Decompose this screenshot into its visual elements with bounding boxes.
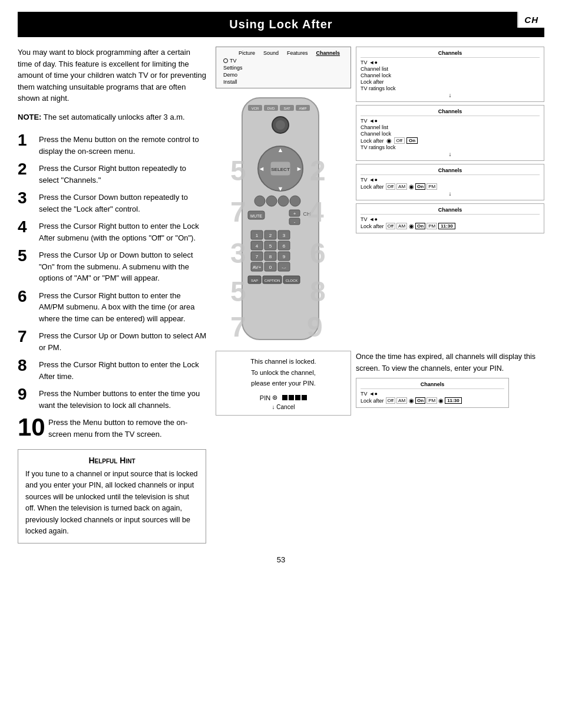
diag4-lock-after-row: Lock after Off AM ◉ On PM 11:30 xyxy=(361,223,540,229)
step-10-number: 10 xyxy=(18,415,48,440)
note-paragraph: NOTE: The set automatically unlocks afte… xyxy=(18,111,206,123)
diag2-items: Channel list Channel lock Lock after ◉ O… xyxy=(361,124,540,150)
remote-svg: VCR DVD SAT AMP SELECT xyxy=(216,92,345,345)
visual-column: Picture Sound Features Channels TV Setti… xyxy=(216,47,544,543)
tv-menu-box: Picture Sound Features Channels TV Setti… xyxy=(216,47,351,88)
diag1-lock-after: Lock after xyxy=(361,79,540,85)
svg-text:7: 7 xyxy=(230,196,246,228)
diagram-3: Channels TV ◄● Lock after Off AM xyxy=(356,164,544,200)
svg-text:▲: ▲ xyxy=(277,146,284,153)
diag2-tv-label: TV xyxy=(361,118,368,124)
step-6: 6 Press the Cursor Right button to enter… xyxy=(18,288,206,325)
note-label: NOTE: xyxy=(18,113,41,121)
diag2-tv-row: TV ◄● xyxy=(361,118,540,124)
pin-line1: This channel is locked. xyxy=(221,356,346,367)
diag5-tv-label: TV xyxy=(361,391,368,397)
diag5-tv-row: TV ◄● xyxy=(361,391,504,397)
svg-text:7: 7 xyxy=(230,311,246,342)
diag1-tv-row: TV ◄● xyxy=(361,60,540,65)
svg-text:4: 4 xyxy=(256,243,259,249)
svg-point-18 xyxy=(254,196,265,206)
svg-text:6: 6 xyxy=(310,238,326,269)
diag5-am-box: AM xyxy=(396,397,407,404)
svg-text:5: 5 xyxy=(230,155,246,186)
step-3-number: 3 xyxy=(18,190,39,206)
svg-text:-.-: -.- xyxy=(282,265,286,270)
diag2-title: Channels xyxy=(361,108,540,116)
ch-badge: CH xyxy=(517,12,544,28)
visual-top: Picture Sound Features Channels TV Setti… xyxy=(216,47,544,347)
diag5-lock-after-row: Lock after Off AM ◉ On PM ◉ 11:30 xyxy=(361,397,504,404)
step-8-text: Press the Cursor Right button to enter t… xyxy=(39,357,206,382)
svg-point-10 xyxy=(276,120,285,130)
svg-text:MUTE: MUTE xyxy=(250,214,262,218)
svg-point-21 xyxy=(290,196,300,206)
diagram-5: Channels TV ◄● Lock after Off AM xyxy=(356,378,509,408)
hint-title: Helpful Hint xyxy=(25,456,199,465)
diag2-arrow-down: ↓ xyxy=(361,151,540,157)
svg-text:8: 8 xyxy=(310,276,326,307)
menu-sound: Sound xyxy=(263,50,279,56)
diag1-arrow-down: ↓ xyxy=(361,92,540,98)
remote-area: Picture Sound Features Channels TV Setti… xyxy=(216,47,351,347)
svg-text:AV+: AV+ xyxy=(253,265,262,270)
diag2-channel-list: Channel list xyxy=(361,124,540,130)
step-5: 5 Press the Cursor Up or Down button to … xyxy=(18,248,206,284)
step-7-number: 7 xyxy=(18,328,39,345)
diag2-on-option: On xyxy=(406,137,418,144)
diag4-title: Channels xyxy=(361,207,540,215)
step-8-number: 8 xyxy=(18,357,39,374)
remote-illustration: VCR DVD SAT AMP SELECT xyxy=(216,92,351,347)
step-4-text: Press the Cursor Right button to enter t… xyxy=(39,219,206,243)
diag3-tv-row: TV ◄● xyxy=(361,177,540,183)
pin-dot-4 xyxy=(302,395,307,400)
svg-text:CAPTION: CAPTION xyxy=(265,279,280,282)
pin-dot-2 xyxy=(289,395,294,400)
pin-entry-row: PIN ⊛ xyxy=(221,394,346,401)
step-5-number: 5 xyxy=(18,248,39,264)
step-1-number: 1 xyxy=(18,132,39,149)
diag4-tv-label: TV xyxy=(361,216,368,222)
pin-dot-1 xyxy=(282,395,287,400)
svg-text:7: 7 xyxy=(256,254,259,259)
steps-column: You may want to block programming after … xyxy=(18,47,206,543)
diag5-on-box: On xyxy=(415,397,425,404)
svg-text:◄: ◄ xyxy=(259,165,265,172)
diag3-tv-label: TV xyxy=(361,177,368,183)
step-9-number: 9 xyxy=(18,386,39,403)
pin-dot-3 xyxy=(295,395,300,400)
step-10: 10 Press the Menu button to remove the o… xyxy=(18,415,206,440)
diag3-pointer-icon: ◉ xyxy=(409,183,414,190)
diagram-4: Channels TV ◄● Lock after Off AM xyxy=(356,203,544,233)
page-header: Using Lock After CH xyxy=(18,12,544,37)
menu-picture: Picture xyxy=(239,50,255,56)
step-4: 4 Press the Cursor Right button to enter… xyxy=(18,219,206,243)
diag1-tv-ratings: TV ratings lock xyxy=(361,85,540,91)
svg-text:5: 5 xyxy=(230,276,246,307)
pin-text-label: PIN xyxy=(260,394,270,401)
intro-paragraph: You may want to block programming after … xyxy=(18,47,206,104)
diag2-off-option: Off xyxy=(394,137,405,144)
tv-menu-title-row: Picture Sound Features Channels xyxy=(221,50,346,56)
svg-point-20 xyxy=(278,196,289,206)
menu-install-item: Install xyxy=(223,79,346,85)
svg-text:▼: ▼ xyxy=(277,185,284,192)
cancel-row: ↓ Cancel xyxy=(221,404,346,410)
diag5-pm-box: PM xyxy=(427,397,437,404)
expired-text: Once the time has expired, all channels … xyxy=(356,351,544,374)
step-10-text: Press the Menu button to remove the on-s… xyxy=(48,415,206,440)
page-title: Using Lock After xyxy=(229,18,332,31)
diag3-title: Channels xyxy=(361,167,540,175)
svg-text:5: 5 xyxy=(269,243,272,249)
diag3-lock-after-row: Lock after Off AM ◉ On PM xyxy=(361,183,540,190)
svg-text:0: 0 xyxy=(269,265,272,270)
diagram-2: Channels TV ◄● Channel list Channel lock… xyxy=(356,105,544,161)
svg-text:2: 2 xyxy=(269,233,272,238)
diag1-items: Channel list Channel lock Lock after TV … xyxy=(361,66,540,91)
diag5-arrow-icon: ◄● xyxy=(369,391,378,397)
diag5-pointer-icon: ◉ xyxy=(409,397,414,404)
pin-screen-text: This channel is locked. To unlock the ch… xyxy=(221,356,346,389)
diag1-channel-list: Channel list xyxy=(361,66,540,72)
diag4-off-box: Off xyxy=(386,223,396,229)
visual-bottom: This channel is locked. To unlock the ch… xyxy=(216,351,544,416)
